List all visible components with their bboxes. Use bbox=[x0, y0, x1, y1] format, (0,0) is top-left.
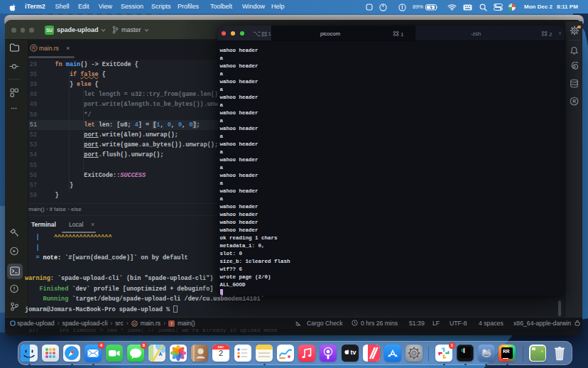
svg-text:2: 2 bbox=[549, 31, 552, 37]
svg-text:1: 1 bbox=[401, 31, 404, 37]
svg-text:R: R bbox=[572, 99, 576, 104]
svg-text:tv: tv bbox=[351, 349, 356, 356]
svg-text:R: R bbox=[133, 322, 136, 326]
svg-text:R: R bbox=[32, 45, 36, 50]
